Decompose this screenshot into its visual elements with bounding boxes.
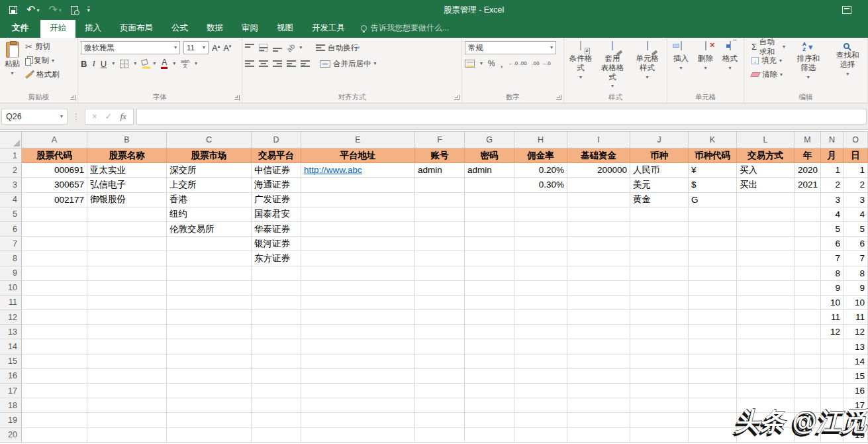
insert-cells-button[interactable]: 插入 ▾ <box>670 40 692 71</box>
cell-N9[interactable]: 8 <box>821 266 844 281</box>
cell-A14[interactable] <box>22 339 87 354</box>
cell-I10[interactable] <box>567 281 630 296</box>
cell-K9[interactable] <box>689 266 737 281</box>
cell-A7[interactable] <box>22 237 87 251</box>
cell-A6[interactable] <box>22 222 87 237</box>
cell-I13[interactable] <box>567 325 630 339</box>
italic-button[interactable]: I <box>92 58 95 69</box>
cell-A10[interactable] <box>22 281 87 296</box>
cell-O7[interactable]: 6 <box>844 237 868 251</box>
cell-H6[interactable] <box>514 222 567 237</box>
fill-color-dropdown-icon[interactable]: ▾ <box>153 61 156 66</box>
copy-button[interactable]: 复制▾ <box>23 54 62 68</box>
cell-F15[interactable] <box>415 355 465 369</box>
accounting-dropdown-icon[interactable]: ▾ <box>480 61 483 66</box>
row-header-11[interactable]: 11 <box>0 296 22 310</box>
cell-M10[interactable] <box>795 281 821 296</box>
cell-C8[interactable] <box>167 251 252 266</box>
cell-G17[interactable] <box>465 384 514 398</box>
cell-A17[interactable] <box>22 384 87 398</box>
cell-C6[interactable]: 伦敦交易所 <box>167 222 252 237</box>
cell-J8[interactable] <box>630 251 689 266</box>
row-header-20[interactable]: 20 <box>0 428 22 443</box>
cell-N19[interactable] <box>821 413 844 427</box>
accounting-format-icon[interactable] <box>465 60 475 68</box>
cell-B18[interactable] <box>87 398 167 413</box>
cell-H3[interactable]: 0.30% <box>514 178 567 192</box>
font-name-combo[interactable]: 微软雅黑▾ <box>81 41 180 54</box>
cell-C12[interactable] <box>167 310 252 325</box>
font-color-dropdown-icon[interactable]: ▾ <box>173 61 175 66</box>
cell-E16[interactable] <box>301 369 415 384</box>
cell-M6[interactable] <box>795 222 821 237</box>
cell-G3[interactable] <box>465 178 514 192</box>
cell-H13[interactable] <box>514 325 567 339</box>
row-header-18[interactable]: 18 <box>0 398 22 413</box>
cell-B4[interactable]: 御银股份 <box>87 193 167 207</box>
cell-M14[interactable] <box>795 339 821 354</box>
cell-I9[interactable] <box>567 266 630 281</box>
cell-K4[interactable]: G <box>689 193 737 207</box>
cell-M19[interactable] <box>795 413 821 427</box>
cell-H19[interactable] <box>514 413 567 427</box>
cell-E12[interactable] <box>301 310 415 325</box>
cell-N2[interactable]: 1 <box>821 163 844 178</box>
align-center-icon[interactable] <box>259 60 268 68</box>
cell-E6[interactable] <box>301 222 415 237</box>
ribbon-display-options-button[interactable] <box>842 6 851 14</box>
cell-D19[interactable] <box>252 413 301 427</box>
decrease-indent-icon[interactable]: ← <box>287 60 296 68</box>
paste-button[interactable]: 粘贴 ▾ <box>1 40 23 76</box>
cell-B16[interactable] <box>87 369 167 384</box>
cell-N8[interactable]: 7 <box>821 251 844 266</box>
cell-O14[interactable]: 13 <box>844 339 868 354</box>
clear-dropdown-icon[interactable]: ▾ <box>780 72 783 78</box>
cell-C5[interactable]: 纽约 <box>167 207 252 222</box>
cell-F2[interactable]: admin <box>415 163 465 178</box>
column-header-O[interactable]: O <box>844 132 868 148</box>
cell-H7[interactable] <box>514 237 567 251</box>
cell-J2[interactable]: 人民币 <box>630 163 689 178</box>
column-header-A[interactable]: A <box>22 132 87 148</box>
find-select-button[interactable]: 查找和选择 ▾ <box>830 40 867 77</box>
platform-url-hyperlink[interactable]: http://www.abc <box>304 165 362 175</box>
autosum-dropdown-icon[interactable]: ▾ <box>783 44 785 50</box>
cell-K6[interactable] <box>689 222 737 237</box>
cell-A8[interactable] <box>22 251 87 266</box>
cell-F10[interactable] <box>415 281 465 296</box>
cell-L20[interactable] <box>737 428 795 443</box>
cell-C1[interactable]: 股票市场 <box>167 148 252 163</box>
cell-F1[interactable]: 账号 <box>415 148 465 163</box>
redo-button[interactable]: ↷▾ <box>48 5 61 15</box>
sort-filter-button[interactable]: AZ ▼ 排序和筛选 ▾ <box>790 40 827 80</box>
cell-C20[interactable] <box>167 428 252 443</box>
cell-G14[interactable] <box>465 339 514 354</box>
cell-N4[interactable]: 3 <box>821 193 844 207</box>
cell-O10[interactable]: 9 <box>844 281 868 296</box>
cell-K1[interactable]: 币种代码 <box>689 148 737 163</box>
cell-C13[interactable] <box>167 325 252 339</box>
cell-L3[interactable]: 买出 <box>737 178 795 192</box>
cell-J14[interactable] <box>630 339 689 354</box>
cell-F16[interactable] <box>415 369 465 384</box>
cell-B12[interactable] <box>87 310 167 325</box>
name-box[interactable]: Q26 ▾ <box>1 109 68 125</box>
cell-J3[interactable]: 美元 <box>630 178 689 192</box>
orientation-dropdown-icon[interactable]: ▾ <box>299 45 302 50</box>
row-header-10[interactable]: 10 <box>0 281 22 296</box>
cell-C4[interactable]: 香港 <box>167 193 252 207</box>
shrink-font-button[interactable]: A▾ <box>223 43 231 53</box>
cell-B10[interactable] <box>87 281 167 296</box>
phonetic-dropdown-icon[interactable]: ▾ <box>195 61 197 66</box>
cell-K19[interactable] <box>689 413 737 427</box>
orientation-button[interactable]: ab <box>285 42 297 53</box>
cell-I3[interactable] <box>567 178 630 192</box>
cell-F4[interactable] <box>415 193 465 207</box>
customize-qat-button[interactable]: ▾ <box>87 7 90 13</box>
cell-I8[interactable] <box>567 251 630 266</box>
cell-J4[interactable]: 黄金 <box>630 193 689 207</box>
cell-B9[interactable] <box>87 266 167 281</box>
column-header-J[interactable]: J <box>630 132 689 148</box>
cell-A18[interactable] <box>22 398 87 413</box>
cell-O9[interactable]: 8 <box>844 266 868 281</box>
